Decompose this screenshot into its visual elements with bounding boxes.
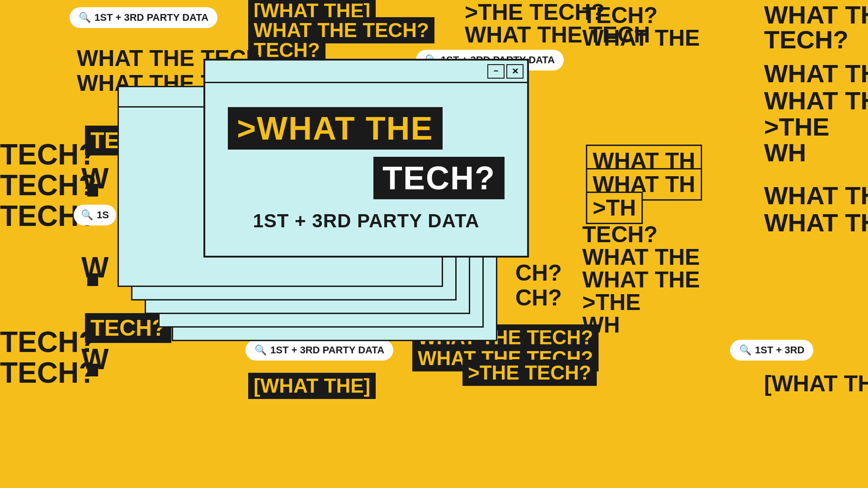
search-icon-1: 🔍 — [79, 12, 91, 23]
search-icon-5: 🔍 — [739, 344, 751, 356]
bg-wt-fr2: TECH? — [764, 25, 849, 54]
search-pill-mid-left[interactable]: 🔍 1S — [74, 205, 116, 225]
rect-2 — [87, 273, 98, 286]
search-pill-bottom-mid[interactable]: 🔍 1ST + 3RD PARTY DATA — [245, 340, 393, 361]
search-text-3: 1S — [97, 209, 109, 221]
bg-wt-fr5: >THE — [764, 112, 830, 141]
window-content: >WHAT THE TECH? 1ST + 3RD PARTY DATA — [205, 83, 527, 256]
rect-3 — [87, 364, 98, 376]
bg-wt-fr4: WHAT THE — [764, 86, 868, 115]
close-button[interactable]: ✕ — [506, 64, 524, 79]
bg-wt-r1: WHAT THE — [582, 25, 700, 51]
bg-wt-fr6: WH — [764, 138, 806, 167]
search-text-5: 1ST + 3RD — [755, 344, 804, 356]
search-text-4: 1ST + 3RD PARTY DATA — [270, 344, 384, 356]
title-line2: TECH? — [373, 157, 505, 199]
title-line1: >WHAT THE — [228, 107, 443, 150]
box-the-tech-b: >THE TECH? — [462, 360, 597, 386]
bg-wt-fb: [WHAT TH — [764, 371, 868, 397]
subtitle: 1ST + 3RD PARTY DATA — [253, 210, 479, 232]
bg-wt-fr7: WHAT THE — [764, 181, 868, 210]
minimize-button[interactable]: − — [487, 64, 505, 79]
box-what-the-b: [WHAT THE] — [248, 373, 376, 399]
bg-wt-fr3: WHAT THE — [764, 59, 868, 88]
search-text-1: 1ST + 3RD PARTY DATA — [94, 12, 208, 23]
rect-1 — [87, 184, 98, 197]
window-titlebar: − ✕ — [205, 61, 527, 83]
search-pill-bottom-right[interactable]: 🔍 1ST + 3RD — [730, 340, 813, 361]
bg-ch1: CH? — [515, 260, 562, 286]
search-icon-3: 🔍 — [81, 209, 93, 221]
box-th-y3: >TH — [586, 192, 643, 224]
bg-ch2: CH? — [515, 285, 562, 311]
search-icon-4: 🔍 — [255, 344, 267, 356]
main-window: − ✕ >WHAT THE TECH? 1ST + 3RD PARTY DATA — [203, 59, 529, 258]
search-pill-top-left[interactable]: 🔍 1ST + 3RD PARTY DATA — [70, 7, 217, 28]
bg-wt-fr8: WHAT THE — [764, 208, 868, 237]
